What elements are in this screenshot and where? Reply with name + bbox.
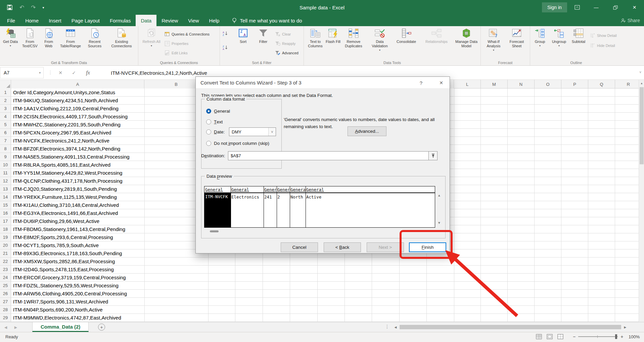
name-box[interactable]: A7 ▾ [0, 67, 44, 78]
cell-text[interactable]: ITM-NA5E5,Stationery,4091,153,Central,Pr… [11, 153, 130, 161]
chevron-down-icon[interactable]: ˅ [268, 128, 276, 136]
cell-text[interactable]: ITM-6N04P,Sports,690,200,North,Active [11, 306, 103, 314]
preview-scroll-down-icon[interactable]: ▼ [438, 221, 441, 225]
expand-formula-bar-icon[interactable]: ˅ [639, 70, 641, 74]
cell-text[interactable]: ITM-BFZ0F,Electronics,3974,142,North,Pen… [11, 145, 120, 153]
text-to-columns-button[interactable]: Text to Columns [306, 28, 325, 48]
destination-input[interactable]: $A$7 [228, 151, 438, 160]
preview-cell[interactable]: 241 [264, 194, 276, 199]
filter-button[interactable]: Filter [254, 28, 272, 44]
cell-text[interactable]: ITM-1AA1V,Clothing,2212,109,Central,Pend… [11, 105, 119, 112]
advanced-filter-button[interactable]: Advanced [275, 49, 298, 57]
preview-cell[interactable]: 2 [277, 194, 289, 199]
ribbon-display-options-icon[interactable] [567, 0, 587, 15]
from-table-range-button[interactable]: From Table/Range [58, 28, 83, 48]
dialog-close-icon[interactable]: ✕ [437, 79, 446, 87]
tab-view[interactable]: View [183, 15, 204, 26]
column-header-a[interactable]: A [11, 80, 144, 89]
row-header[interactable]: 23 [0, 266, 11, 273]
zoom-slider[interactable] [578, 336, 618, 337]
cell-text[interactable]: ITM-R8LRA,Sports,4085,161,East,Archived [11, 161, 110, 169]
row-header[interactable]: 11 [0, 169, 11, 177]
row-header[interactable]: 5 [0, 121, 11, 128]
vertical-scrollbar-thumb[interactable] [640, 87, 644, 164]
preview-h-scrollbar-thumb[interactable] [210, 230, 219, 232]
queries-connections-button[interactable]: Queries & Connections [165, 30, 210, 38]
data-validation-button[interactable]: Data Validation ▾ [368, 28, 392, 52]
tab-review[interactable]: Review [156, 15, 183, 26]
radio-date[interactable]: D̲ate: [206, 129, 225, 134]
row-header[interactable]: 25 [0, 282, 11, 289]
manage-data-model-button[interactable]: Manage Data Model [454, 28, 478, 48]
remove-duplicates-button[interactable]: Remove Duplicates [342, 28, 365, 48]
row-header[interactable]: 1 [0, 89, 11, 96]
next-button[interactable]: Next > [367, 242, 404, 252]
subtotal-button[interactable]: Subtotal [569, 28, 588, 44]
row-header[interactable]: 13 [0, 185, 11, 193]
row-header[interactable]: 3 [0, 105, 11, 112]
column-header[interactable]: N [508, 80, 535, 89]
column-header[interactable]: P [561, 80, 588, 89]
advanced-button[interactable]: A̲dvanced... [348, 126, 386, 136]
data-preview-table[interactable]: General General Gener Gener Genera Gener… [204, 186, 435, 228]
preview-cell[interactable]: Active [306, 194, 434, 199]
cell-text[interactable]: ITM-QLCNP,Clothing,4317,178,North,Proces… [11, 177, 123, 185]
row-header[interactable]: 21 [0, 249, 11, 257]
row-header[interactable]: 16 [0, 209, 11, 217]
from-text-csv-button[interactable]: From Text/CSV [20, 28, 40, 48]
back-button[interactable]: < B̲ack [324, 242, 361, 252]
row-header[interactable]: 28 [0, 306, 11, 314]
reapply-button[interactable]: Reapply [275, 40, 295, 48]
preview-cell[interactable]: Electronics [231, 194, 263, 199]
cancel-button[interactable]: Cancel [281, 242, 318, 252]
cell-text[interactable]: ITM-94KUQ,Stationery,4234,51,North,Archi… [11, 97, 118, 104]
formula-bar-content[interactable]: ITM-NVCFK,Electronics,241,2,North,Active [111, 67, 207, 78]
select-all-corner[interactable] [0, 80, 11, 89]
row-header[interactable]: 6 [0, 129, 11, 136]
preview-selected-column[interactable]: ITM-NVCFK [204, 193, 231, 227]
row-header[interactable]: 29 [0, 314, 11, 322]
from-web-button[interactable]: From Web [40, 28, 57, 48]
preview-cell[interactable]: North [290, 194, 305, 199]
normal-view-icon[interactable] [536, 334, 542, 339]
tab-formulas[interactable]: Formulas [105, 15, 136, 26]
cell-text[interactable]: ITM-FDZ5L,Stationery,529,55,West,Process… [11, 282, 119, 289]
scroll-right-icon[interactable]: ▶ [622, 326, 629, 329]
cell-text[interactable]: ITM-M9MWD,Electronics,4742,87,East,Archi… [11, 314, 121, 322]
cell-text[interactable]: ITM-1WRI7,Sports,906,131,West,Archived [11, 298, 108, 305]
radio-skip-circle[interactable] [206, 141, 211, 146]
row-header[interactable]: 24 [0, 274, 11, 281]
tab-data[interactable]: Data [136, 15, 156, 26]
cell-text[interactable]: ITM-5PCXN,Grocery,2967,95,East,Archived [11, 129, 111, 136]
restore-icon[interactable] [606, 0, 625, 15]
row-header[interactable]: 2 [0, 97, 11, 104]
radio-general-circle[interactable] [206, 109, 211, 114]
cell-text[interactable]: ITM-EG3YA,Electronics,1491,66,East,Archi… [11, 209, 118, 217]
preview-scroll-up-icon[interactable]: ▲ [438, 193, 441, 197]
radio-text[interactable]: T̲ext [206, 119, 223, 124]
preview-col-format[interactable]: General [205, 187, 230, 192]
cell-text[interactable]: ITM-YREKK,Furniture,1125,135,West,Pendin… [11, 193, 117, 201]
preview-col-format[interactable]: General [306, 187, 434, 192]
preview-col-format[interactable]: General [231, 187, 263, 192]
row-header[interactable]: 26 [0, 290, 11, 297]
flash-fill-button[interactable]: Flash Fill [325, 28, 341, 44]
row-header[interactable]: 17 [0, 217, 11, 225]
properties-button[interactable]: Properties [165, 40, 188, 48]
ungroup-button[interactable]: Ungroup ▾ [550, 28, 568, 47]
row-header[interactable]: 19 [0, 233, 11, 241]
cell-text[interactable]: ITM-89X3G,Electronics,1718,163,South,Pen… [11, 249, 122, 257]
tab-bar-dots-icon[interactable]: ⋮ [385, 324, 389, 329]
cell-text[interactable]: ITM-XM5XW,Sports,2852,86,East,Processing [11, 258, 115, 265]
row-header[interactable]: 15 [0, 201, 11, 209]
sort-button[interactable]: ZA Sort [234, 28, 252, 44]
sort-ascending-button[interactable]: AZ [223, 30, 228, 38]
cell-text[interactable]: ITM-KI1AU,Clothing,3710,148,Central,Arch… [11, 201, 119, 209]
preview-col-format[interactable]: Gener [277, 187, 289, 192]
forecast-sheet-button[interactable]: Forecast Sheet [506, 28, 528, 48]
preview-col-format[interactable]: Gener [264, 187, 276, 192]
show-detail-button[interactable]: Show Detail [590, 32, 617, 40]
row-header[interactable]: 12 [0, 177, 11, 185]
minimize-icon[interactable]: — [587, 0, 606, 15]
range-picker-icon[interactable] [428, 152, 437, 160]
